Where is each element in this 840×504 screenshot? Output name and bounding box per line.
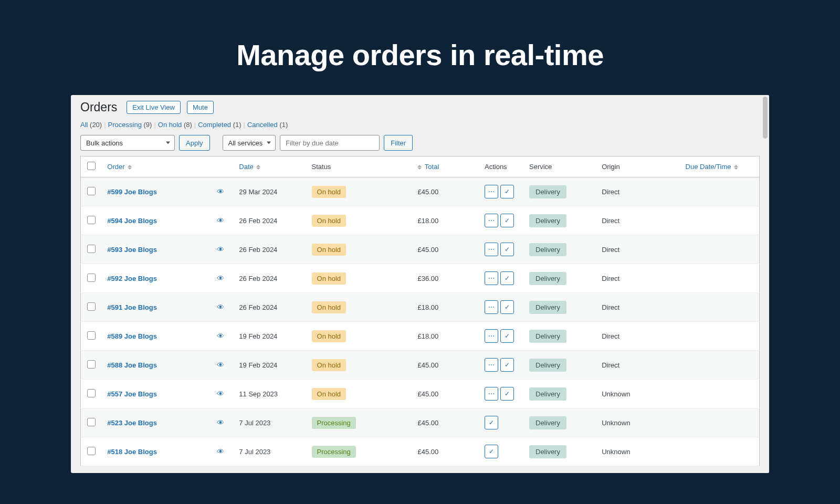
more-actions-button[interactable]: ⋯: [485, 271, 498, 285]
order-link[interactable]: #589 Joe Blogs: [107, 332, 157, 340]
bulk-actions-select[interactable]: Bulk actions: [80, 135, 175, 151]
preview-icon[interactable]: 👁: [217, 361, 224, 369]
service-badge: Delivery: [529, 387, 566, 401]
order-date: 26 Feb 2024: [235, 235, 307, 264]
order-date: 26 Feb 2024: [235, 206, 307, 235]
more-actions-button[interactable]: ⋯: [485, 185, 498, 198]
order-link[interactable]: #592 Joe Blogs: [107, 275, 157, 282]
order-date: 19 Feb 2024: [235, 351, 307, 380]
sort-icon: [734, 165, 738, 170]
row-checkbox[interactable]: [87, 216, 96, 224]
complete-action-button[interactable]: ✓: [500, 214, 514, 227]
column-origin: Origin: [597, 156, 681, 177]
column-status: Status: [308, 156, 414, 177]
filter-tabs: All (20)|Processing (9)|On hold (8)|Comp…: [80, 119, 760, 135]
exit-live-view-button[interactable]: Exit Live View: [127, 101, 181, 114]
preview-icon[interactable]: 👁: [217, 447, 224, 456]
column-order[interactable]: Order: [107, 163, 132, 171]
preview-icon[interactable]: 👁: [217, 390, 224, 398]
column-due[interactable]: Due Date/Time: [686, 163, 739, 171]
filter-tab-completed[interactable]: Completed (1): [198, 121, 241, 129]
order-link[interactable]: #594 Joe Blogs: [107, 217, 157, 225]
status-badge: Processing: [312, 417, 356, 429]
order-total: £45.00: [413, 235, 480, 264]
row-checkbox[interactable]: [87, 389, 96, 397]
order-due: [681, 235, 760, 264]
preview-icon[interactable]: 👁: [217, 216, 224, 225]
column-total[interactable]: Total: [417, 163, 439, 171]
sort-icon: [417, 165, 422, 170]
apply-button[interactable]: Apply: [179, 135, 210, 151]
row-checkbox[interactable]: [87, 302, 96, 311]
preview-icon[interactable]: 👁: [217, 303, 224, 311]
complete-action-button[interactable]: ✓: [500, 358, 514, 372]
row-checkbox[interactable]: [87, 418, 96, 426]
order-date: 26 Feb 2024: [235, 293, 307, 322]
filter-tab-processing[interactable]: Processing (9): [108, 121, 152, 129]
all-services-select[interactable]: All services: [223, 135, 276, 151]
window-scrollbar[interactable]: [761, 95, 769, 473]
table-row: #591 Joe Blogs👁26 Feb 2024On hold£18.00⋯…: [81, 293, 760, 322]
order-link[interactable]: #557 Joe Blogs: [107, 390, 157, 398]
page-title: Orders: [80, 100, 117, 114]
status-badge: On hold: [312, 388, 346, 400]
status-badge: On hold: [312, 272, 346, 285]
order-link[interactable]: #593 Joe Blogs: [107, 246, 157, 254]
complete-action-button[interactable]: ✓: [485, 416, 498, 429]
complete-action-button[interactable]: ✓: [500, 271, 514, 285]
row-checkbox[interactable]: [87, 245, 96, 253]
preview-icon[interactable]: 👁: [217, 245, 224, 254]
order-date: 7 Jul 2023: [235, 437, 307, 466]
order-link[interactable]: #523 Joe Blogs: [107, 419, 157, 427]
order-date: 19 Feb 2024: [235, 322, 307, 351]
service-badge: Delivery: [529, 272, 566, 285]
order-link[interactable]: #591 Joe Blogs: [107, 303, 157, 311]
complete-action-button[interactable]: ✓: [500, 185, 514, 198]
more-actions-button[interactable]: ⋯: [485, 243, 498, 256]
select-all-checkbox[interactable]: [87, 162, 96, 170]
filter-tab-all[interactable]: All (20): [80, 121, 102, 129]
status-badge: On hold: [312, 215, 346, 227]
more-actions-button[interactable]: ⋯: [485, 387, 498, 401]
filter-tab-cancelled[interactable]: Cancelled (1): [247, 121, 288, 129]
preview-icon[interactable]: 👁: [217, 187, 224, 196]
row-checkbox[interactable]: [87, 360, 96, 369]
order-due: [681, 437, 760, 466]
complete-action-button[interactable]: ✓: [500, 387, 514, 401]
order-link[interactable]: #588 Joe Blogs: [107, 361, 157, 369]
order-link[interactable]: #599 Joe Blogs: [107, 188, 157, 196]
row-checkbox[interactable]: [87, 187, 96, 195]
service-badge: Delivery: [529, 330, 566, 343]
order-origin: Direct: [597, 235, 681, 264]
order-link[interactable]: #518 Joe Blogs: [107, 448, 157, 456]
row-checkbox[interactable]: [87, 331, 96, 340]
column-actions: Actions: [480, 156, 525, 177]
order-total: £45.00: [413, 380, 480, 408]
more-actions-button[interactable]: ⋯: [485, 329, 498, 343]
complete-action-button[interactable]: ✓: [500, 243, 514, 256]
filter-tab-on-hold[interactable]: On hold (8): [158, 121, 192, 129]
filter-button[interactable]: Filter: [384, 135, 413, 151]
complete-action-button[interactable]: ✓: [485, 445, 498, 458]
mute-button[interactable]: Mute: [187, 101, 214, 114]
preview-icon[interactable]: 👁: [217, 332, 224, 340]
preview-icon[interactable]: 👁: [217, 418, 224, 427]
order-origin: Direct: [597, 293, 681, 322]
more-actions-button[interactable]: ⋯: [485, 300, 498, 314]
complete-action-button[interactable]: ✓: [500, 329, 514, 343]
bulk-actions-label: Bulk actions: [86, 139, 123, 147]
row-checkbox[interactable]: [87, 274, 96, 282]
due-date-filter-input[interactable]: [280, 135, 380, 151]
complete-action-button[interactable]: ✓: [500, 300, 514, 314]
all-services-label: All services: [228, 139, 263, 147]
column-date[interactable]: Date: [239, 163, 260, 171]
more-actions-button[interactable]: ⋯: [485, 358, 498, 372]
service-badge: Delivery: [529, 359, 566, 372]
more-actions-button[interactable]: ⋯: [485, 214, 498, 227]
preview-icon[interactable]: 👁: [217, 274, 224, 282]
row-checkbox[interactable]: [87, 447, 96, 455]
order-date: 26 Feb 2024: [235, 264, 307, 293]
filter-count: (9): [144, 121, 152, 129]
table-row: #588 Joe Blogs👁19 Feb 2024On hold£45.00⋯…: [81, 351, 760, 380]
order-due: [681, 206, 760, 235]
